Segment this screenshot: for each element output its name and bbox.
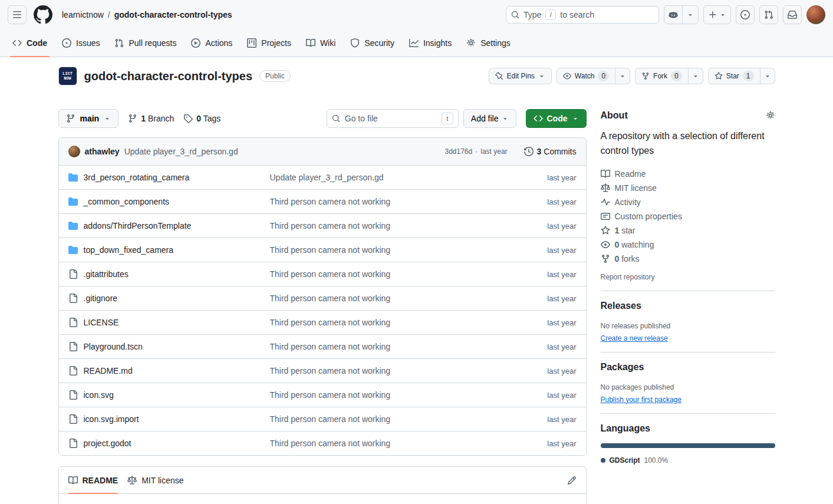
commit-message-link[interactable]: Third person camera not working <box>270 269 512 279</box>
code-dropdown-button[interactable]: Code <box>526 109 587 128</box>
copilot-dropdown[interactable] <box>682 6 698 24</box>
fork-button-main[interactable]: Fork 0 <box>636 68 688 84</box>
branch-selector-button[interactable]: main <box>58 109 119 128</box>
table-row[interactable]: Playground.tscn Third person camera not … <box>59 334 586 358</box>
tab-issues[interactable]: Issues <box>57 29 104 57</box>
file-link[interactable]: addons/ThirdPersonTemplate <box>84 221 192 230</box>
watch-button-main[interactable]: Watch 0 <box>557 68 615 84</box>
create-release-link[interactable]: Create a new release <box>601 334 668 342</box>
table-row[interactable]: 3rd_person_rotating_camera Update player… <box>59 165 586 189</box>
folder-icon <box>68 221 78 230</box>
edit-readme-button[interactable] <box>562 471 581 490</box>
hamburger-menu-button[interactable] <box>8 5 27 24</box>
commit-message-link[interactable]: Update player_3_rd_person.gd <box>270 173 512 182</box>
star-dropdown[interactable] <box>760 68 775 84</box>
sidebar-item-custom-properties[interactable]: Custom properties <box>601 209 775 223</box>
sidebar-item-watching[interactable]: 0 watching <box>601 238 775 252</box>
branches-link[interactable]: 1 Branch <box>128 114 174 123</box>
github-logo[interactable] <box>34 5 52 24</box>
edit-pins-button[interactable]: Edit Pins <box>489 68 552 84</box>
file-link[interactable]: _common_components <box>84 197 170 206</box>
star-button-main[interactable]: Star 1 <box>709 68 760 84</box>
commit-message-link[interactable]: Third person camera not working <box>270 197 512 206</box>
commit-message-link[interactable]: Third person camera not working <box>270 318 512 327</box>
breadcrumb-repo[interactable]: godot-character-control-types <box>114 10 232 19</box>
sidebar-item-label: MIT license <box>615 183 657 193</box>
file-link[interactable]: icon.svg <box>84 390 114 400</box>
file-link[interactable]: LICENSE <box>84 318 119 327</box>
tab-code[interactable]: Code <box>8 29 52 57</box>
commit-message-link[interactable]: Third person camera not working <box>270 221 512 230</box>
table-row[interactable]: README.md Third person camera not workin… <box>59 358 586 383</box>
file-link[interactable]: 3rd_person_rotating_camera <box>84 173 190 182</box>
commit-author[interactable]: athawley <box>85 147 120 156</box>
tab-security[interactable]: Security <box>345 29 399 57</box>
table-row[interactable]: _common_components Third person camera n… <box>59 189 586 213</box>
commit-sha[interactable]: 3dd176d <box>445 147 473 156</box>
file-link[interactable]: .gitignore <box>84 294 118 303</box>
repo-avatar[interactable]: LICT NOW <box>58 67 77 85</box>
sidebar-item-activity[interactable]: Activity <box>601 195 775 209</box>
file-link[interactable]: top_down_fixed_camera <box>84 245 174 255</box>
table-row[interactable]: .gitattributes Third person camera not w… <box>59 262 586 286</box>
user-avatar[interactable] <box>806 5 825 24</box>
table-row[interactable]: icon.svg Third person camera not working… <box>59 383 586 407</box>
commit-history-link[interactable]: 3 Commits <box>524 147 577 156</box>
report-repository-link[interactable]: Report repository <box>601 273 655 281</box>
sidebar-item-license[interactable]: MIT license <box>601 181 775 195</box>
publish-package-link[interactable]: Publish your first package <box>601 396 681 404</box>
add-file-button[interactable]: Add file <box>463 109 516 128</box>
create-new-button[interactable] <box>703 5 731 24</box>
commit-message-link[interactable]: Update player_3_rd_person.gd <box>124 147 238 156</box>
tags-link[interactable]: 0 Tags <box>183 114 220 123</box>
commit-message-link[interactable]: Third person camera not working <box>270 294 512 303</box>
table-row[interactable]: top_down_fixed_camera Third person camer… <box>59 238 586 262</box>
commit-time: last year <box>512 367 577 375</box>
watch-dropdown[interactable] <box>615 68 630 84</box>
commit-time: last year <box>512 391 577 400</box>
tab-readme[interactable]: README <box>64 467 123 493</box>
sidebar-item-readme[interactable]: Readme <box>601 167 775 181</box>
fork-dropdown[interactable] <box>688 68 703 84</box>
commit-message-link[interactable]: Third person camera not working <box>270 342 512 351</box>
pull-requests-dashboard-button[interactable] <box>759 5 778 24</box>
go-to-file-input[interactable]: Go to file t <box>327 109 459 128</box>
tab-settings[interactable]: Settings <box>462 29 515 57</box>
file-link[interactable]: Playground.tscn <box>84 342 143 351</box>
table-row[interactable]: LICENSE Third person camera not working … <box>59 310 586 334</box>
commit-message-link[interactable]: Third person camera not working <box>270 245 512 255</box>
file-link[interactable]: icon.svg.import <box>84 414 139 424</box>
commit-author-avatar[interactable] <box>68 146 80 157</box>
commit-message-link[interactable]: Third person camera not working <box>270 366 512 375</box>
page-title[interactable]: godot-character-control-types <box>84 70 253 83</box>
tab-actions[interactable]: Actions <box>186 29 237 57</box>
inbox-button[interactable] <box>783 5 802 24</box>
table-row[interactable]: .gitignore Third person camera not worki… <box>59 286 586 310</box>
code-icon <box>12 38 22 48</box>
file-link[interactable]: project.godot <box>84 439 131 448</box>
table-row[interactable]: addons/ThirdPersonTemplate Third person … <box>59 213 586 238</box>
tab-mit-license[interactable]: MIT license <box>123 467 188 493</box>
file-link[interactable]: README.md <box>84 366 133 375</box>
file-link[interactable]: .gitattributes <box>84 269 129 279</box>
sidebar-item-forks[interactable]: 0 forks <box>601 252 775 266</box>
table-row[interactable]: project.godot Third person camera not wo… <box>59 431 586 455</box>
tab-pull-requests[interactable]: Pull requests <box>110 29 181 57</box>
global-search-input[interactable]: Type / to search <box>506 6 659 24</box>
language-item[interactable]: GDScript 100.0% <box>601 456 669 465</box>
breadcrumb-owner[interactable]: learnictnow <box>62 10 104 19</box>
note-icon <box>601 212 610 221</box>
commit-message-link[interactable]: Third person camera not working <box>270 390 512 400</box>
tab-wiki[interactable]: Wiki <box>301 29 340 57</box>
fork-count: 0 <box>671 71 682 81</box>
edit-repo-details-button[interactable] <box>766 111 775 120</box>
commit-message-link[interactable]: Third person camera not working <box>270 439 512 448</box>
issues-dashboard-button[interactable] <box>736 5 755 24</box>
tab-projects[interactable]: Projects <box>242 29 296 57</box>
table-row[interactable]: icon.svg.import Third person camera not … <box>59 407 586 431</box>
sidebar-item-stars[interactable]: 1 star <box>601 223 775 238</box>
tab-insights[interactable]: Insights <box>404 29 456 57</box>
commit-message-link[interactable]: Third person camera not working <box>270 414 512 424</box>
language-name: GDScript <box>610 456 640 465</box>
copilot-chat-button[interactable] <box>664 6 682 24</box>
